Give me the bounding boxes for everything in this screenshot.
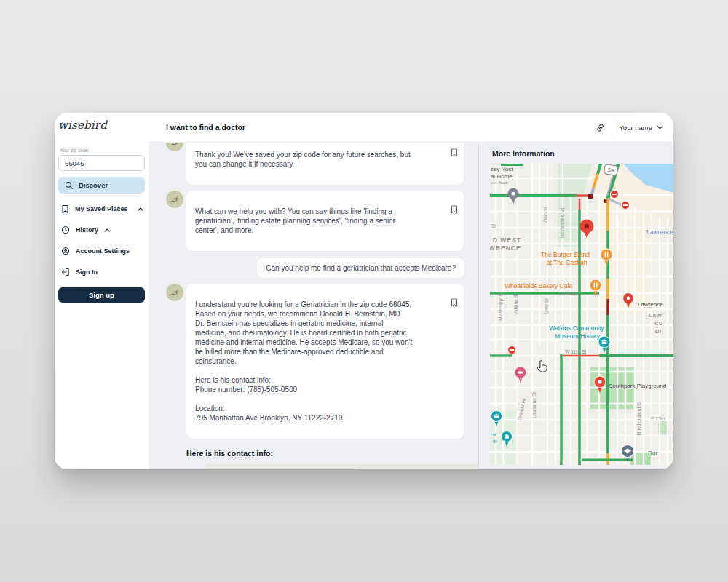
account-icon (61, 247, 70, 255)
chevron-up-icon (138, 207, 143, 211)
svg-text:Bur: Bur (648, 450, 657, 457)
svg-text:Mississippi St: Mississippi St (498, 292, 504, 321)
bot-message: What can we help you with? You can say t… (166, 191, 464, 251)
bookmark-save-icon[interactable] (451, 143, 458, 159)
svg-text:DI: DI (655, 328, 661, 335)
svg-text:sey-Yost: sey-Yost (491, 166, 513, 172)
doctor-photo-placeholder (356, 469, 478, 469)
sign-in-label: Sign In (76, 268, 98, 276)
app-window: wisebird Your zip code Discover My Saved… (55, 113, 673, 469)
svg-text:St: St (491, 223, 496, 228)
chat-thread[interactable]: Thank you! We've saved your zip code for… (149, 143, 478, 469)
sidebar-item-saved-places[interactable]: My Saved Places (61, 203, 143, 215)
bird-icon (170, 143, 181, 148)
discover-label: Discover (79, 181, 108, 189)
svg-text:m: m (493, 439, 496, 444)
saved-places-label: My Saved Places (75, 205, 132, 212)
sidebar-item-sign-in[interactable]: Sign In (61, 266, 143, 278)
chat-header: I want to find a doctor Your name (149, 113, 673, 143)
svg-text:Indiana St: Indiana St (513, 293, 518, 314)
svg-text:CU: CU (654, 320, 663, 327)
chevron-down-icon (657, 125, 663, 129)
svg-text:OLD WEST: OLD WEST (490, 236, 521, 244)
svg-text:ене бюро: ене бюро (491, 180, 508, 185)
bookmark-save-icon[interactable] (451, 289, 458, 309)
bot-avatar (166, 143, 183, 151)
svg-text:Tennessee St: Tennessee St (560, 208, 565, 239)
svg-text:ral: ral (491, 432, 496, 437)
bot-avatar (166, 191, 183, 208)
contact-info-heading: Here is his contact info: (186, 449, 464, 458)
main-area: I want to find a doctor Your name (149, 113, 673, 469)
svg-text:The Burger Stand: The Burger Stand (541, 251, 590, 258)
bot-message: I understand you're looking for a Geriat… (166, 284, 464, 439)
svg-text:Ohio St: Ohio St (543, 207, 548, 223)
svg-text:Southpark Playground: Southpark Playground (609, 383, 666, 389)
zip-code-input[interactable] (58, 155, 145, 171)
svg-text:LAWRENCE: LAWRENCE (490, 244, 521, 252)
user-message: Can you help me find a geriatrician that… (166, 258, 464, 278)
svg-text:at The Casbah: at The Casbah (547, 259, 587, 266)
bookmark-icon (61, 204, 69, 214)
share-link-icon[interactable] (596, 123, 605, 132)
bird-icon (170, 194, 181, 205)
svg-text:Watkins Community: Watkins Community (549, 324, 604, 332)
svg-text:59: 59 (608, 167, 614, 173)
bird-icon (170, 287, 181, 298)
bookmark-save-icon[interactable] (451, 196, 458, 216)
svg-text:Louisiana St: Louisiana St (531, 392, 537, 418)
svg-text:Ohio St: Ohio St (544, 298, 549, 314)
highway-59-shield: 59 (604, 164, 618, 175)
chevron-up-icon (104, 228, 110, 232)
sidebar-item-history[interactable]: History (61, 224, 143, 236)
map[interactable]: 59 sey-Yost al Home ене бюро Ohio St Ten… (490, 164, 673, 465)
search-icon (65, 181, 74, 190)
svg-text:Museum-History: Museum-History (555, 332, 601, 340)
sign-up-button[interactable]: Sign up (58, 287, 145, 303)
user-menu[interactable]: Your name (619, 124, 663, 132)
sign-in-icon (61, 268, 70, 276)
bot-message-bubble: Thank you! We've saved your zip code for… (186, 143, 464, 185)
wisebird-logo: wisebird (58, 119, 145, 132)
svg-text:Lawrence: Lawrence (638, 301, 663, 308)
bot-message: Thank you! We've saved your zip code for… (166, 143, 464, 185)
svg-text:Lawrence: Lawrence (646, 228, 673, 236)
doctor-contact-card[interactable]: Donald H. Bernstein GERIATRIC MEDICINE C… (204, 464, 478, 469)
bot-message-bubble: I understand you're looking for a Geriat… (186, 284, 464, 439)
svg-text:Пекарня: Пекарня (561, 291, 577, 295)
svg-text:Rhode Island St: Rhode Island St (636, 402, 641, 435)
svg-text:LAW: LAW (649, 312, 662, 319)
sidebar: wisebird Your zip code Discover My Saved… (55, 113, 149, 469)
history-label: History (76, 226, 98, 234)
svg-text:W 11th St: W 11th St (565, 349, 586, 354)
bot-message-bubble: What can we help you with? You can say t… (186, 191, 464, 251)
zip-code-label: Your zip code (60, 148, 145, 153)
more-information-panel: More Information (478, 143, 673, 469)
chat-title: I want to find a doctor (166, 123, 596, 132)
svg-text:E 13th: E 13th (651, 416, 665, 421)
account-settings-label: Account Settings (76, 247, 130, 255)
clock-icon (61, 226, 70, 234)
bot-avatar (166, 284, 183, 301)
header-divider (612, 120, 612, 135)
svg-text:Wheatfields Bakery Cafe: Wheatfields Bakery Cafe (505, 282, 573, 290)
panel-title: More Information (492, 149, 673, 158)
user-menu-label: Your name (619, 124, 652, 132)
svg-text:al Home: al Home (491, 173, 513, 180)
user-message-bubble: Can you help me find a geriatrician that… (257, 258, 464, 278)
discover-button[interactable]: Discover (58, 177, 145, 194)
sidebar-item-account-settings[interactable]: Account Settings (61, 245, 143, 257)
